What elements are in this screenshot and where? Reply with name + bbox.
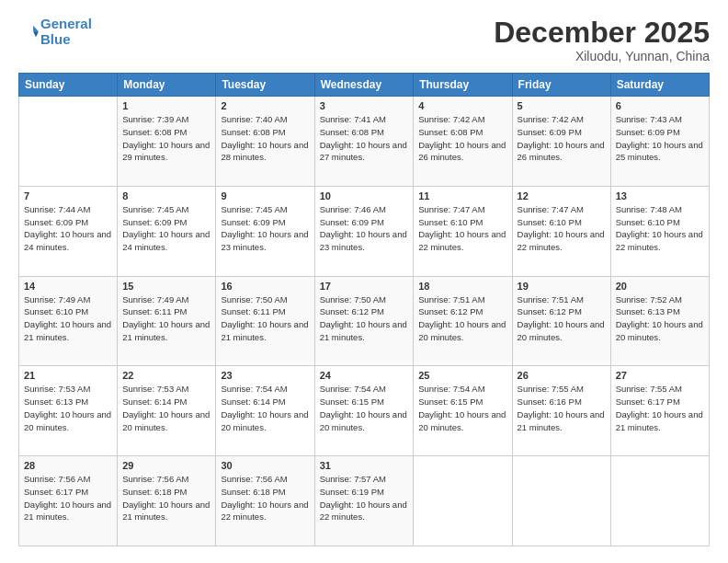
day-info: Sunrise: 7:56 AMSunset: 6:18 PMDaylight:… xyxy=(122,473,210,523)
day-info: Sunrise: 7:47 AMSunset: 6:10 PMDaylight:… xyxy=(518,203,606,254)
subtitle: Xiluodu, Yunnan, China xyxy=(494,49,710,63)
calendar-cell: 31Sunrise: 7:57 AMSunset: 6:19 PMDayligh… xyxy=(314,456,414,546)
day-number: 11 xyxy=(418,190,506,201)
day-number: 5 xyxy=(518,100,606,111)
calendar-header-cell: Wednesday xyxy=(314,74,414,97)
day-info: Sunrise: 7:43 AMSunset: 6:09 PMDaylight:… xyxy=(616,113,704,164)
calendar-header-cell: Friday xyxy=(512,74,610,97)
calendar-cell: 22Sunrise: 7:53 AMSunset: 6:14 PMDayligh… xyxy=(118,366,216,456)
calendar-cell xyxy=(512,456,610,546)
calendar-cell xyxy=(414,456,512,546)
day-number: 10 xyxy=(320,190,409,201)
day-info: Sunrise: 7:40 AMSunset: 6:08 PMDaylight:… xyxy=(221,113,309,164)
day-number: 15 xyxy=(122,281,210,292)
day-number: 4 xyxy=(418,100,506,111)
day-number: 17 xyxy=(320,281,409,292)
calendar-cell: 14Sunrise: 7:49 AMSunset: 6:10 PMDayligh… xyxy=(19,276,118,366)
day-info: Sunrise: 7:51 AMSunset: 6:12 PMDaylight:… xyxy=(418,293,506,344)
day-info: Sunrise: 7:57 AMSunset: 6:19 PMDaylight:… xyxy=(320,473,409,523)
calendar-cell: 13Sunrise: 7:48 AMSunset: 6:10 PMDayligh… xyxy=(610,186,709,276)
calendar-header-cell: Monday xyxy=(118,74,216,97)
header: General Blue December 2025 Xiluodu, Yunn… xyxy=(18,17,710,63)
day-info: Sunrise: 7:45 AMSunset: 6:09 PMDaylight:… xyxy=(221,203,309,254)
day-number: 26 xyxy=(518,370,606,381)
calendar-header-cell: Sunday xyxy=(19,74,118,97)
calendar-cell: 12Sunrise: 7:47 AMSunset: 6:10 PMDayligh… xyxy=(512,186,610,276)
calendar-header-row: SundayMondayTuesdayWednesdayThursdayFrid… xyxy=(19,74,710,97)
calendar-cell: 21Sunrise: 7:53 AMSunset: 6:13 PMDayligh… xyxy=(19,366,118,456)
day-info: Sunrise: 7:55 AMSunset: 6:17 PMDaylight:… xyxy=(616,383,704,433)
svg-marker-1 xyxy=(33,31,39,37)
day-info: Sunrise: 7:55 AMSunset: 6:16 PMDaylight:… xyxy=(518,383,606,433)
calendar-cell: 17Sunrise: 7:50 AMSunset: 6:12 PMDayligh… xyxy=(314,276,414,366)
day-info: Sunrise: 7:56 AMSunset: 6:17 PMDaylight:… xyxy=(24,473,112,523)
calendar-week-row: 14Sunrise: 7:49 AMSunset: 6:10 PMDayligh… xyxy=(19,276,710,366)
day-number: 22 xyxy=(122,370,210,381)
calendar-cell: 6Sunrise: 7:43 AMSunset: 6:09 PMDaylight… xyxy=(610,97,709,187)
day-info: Sunrise: 7:45 AMSunset: 6:09 PMDaylight:… xyxy=(122,203,210,254)
calendar-cell: 19Sunrise: 7:51 AMSunset: 6:12 PMDayligh… xyxy=(512,276,610,366)
logo-icon xyxy=(18,22,39,42)
day-number: 30 xyxy=(221,460,309,471)
day-info: Sunrise: 7:53 AMSunset: 6:13 PMDaylight:… xyxy=(24,383,112,433)
calendar-cell: 15Sunrise: 7:49 AMSunset: 6:11 PMDayligh… xyxy=(118,276,216,366)
calendar-cell: 24Sunrise: 7:54 AMSunset: 6:15 PMDayligh… xyxy=(314,366,414,456)
day-number: 6 xyxy=(616,100,704,111)
day-number: 3 xyxy=(320,100,409,111)
day-info: Sunrise: 7:44 AMSunset: 6:09 PMDaylight:… xyxy=(24,203,112,254)
day-number: 8 xyxy=(122,190,210,201)
calendar-cell: 29Sunrise: 7:56 AMSunset: 6:18 PMDayligh… xyxy=(118,456,216,546)
day-number: 20 xyxy=(616,281,704,292)
day-info: Sunrise: 7:52 AMSunset: 6:13 PMDaylight:… xyxy=(616,293,704,344)
calendar-cell: 30Sunrise: 7:56 AMSunset: 6:18 PMDayligh… xyxy=(216,456,314,546)
calendar-body: 1Sunrise: 7:39 AMSunset: 6:08 PMDaylight… xyxy=(19,97,710,546)
day-info: Sunrise: 7:56 AMSunset: 6:18 PMDaylight:… xyxy=(221,473,309,523)
calendar-week-row: 21Sunrise: 7:53 AMSunset: 6:13 PMDayligh… xyxy=(19,366,710,456)
day-number: 7 xyxy=(24,190,112,201)
calendar-cell: 4Sunrise: 7:42 AMSunset: 6:08 PMDaylight… xyxy=(414,97,512,187)
calendar-cell xyxy=(19,97,118,187)
day-info: Sunrise: 7:50 AMSunset: 6:11 PMDaylight:… xyxy=(221,293,309,344)
day-info: Sunrise: 7:51 AMSunset: 6:12 PMDaylight:… xyxy=(518,293,606,344)
day-number: 24 xyxy=(320,370,409,381)
day-number: 25 xyxy=(418,370,506,381)
calendar-week-row: 7Sunrise: 7:44 AMSunset: 6:09 PMDaylight… xyxy=(19,186,710,276)
calendar-cell: 18Sunrise: 7:51 AMSunset: 6:12 PMDayligh… xyxy=(414,276,512,366)
day-number: 29 xyxy=(122,460,210,471)
day-number: 14 xyxy=(24,281,112,292)
calendar-cell: 28Sunrise: 7:56 AMSunset: 6:17 PMDayligh… xyxy=(19,456,118,546)
day-number: 23 xyxy=(221,370,309,381)
calendar-cell: 27Sunrise: 7:55 AMSunset: 6:17 PMDayligh… xyxy=(610,366,709,456)
calendar-cell: 26Sunrise: 7:55 AMSunset: 6:16 PMDayligh… xyxy=(512,366,610,456)
title-block: December 2025 Xiluodu, Yunnan, China xyxy=(494,17,710,63)
calendar-cell: 1Sunrise: 7:39 AMSunset: 6:08 PMDaylight… xyxy=(118,97,216,187)
day-info: Sunrise: 7:54 AMSunset: 6:15 PMDaylight:… xyxy=(418,383,506,433)
logo: General Blue xyxy=(18,17,92,47)
calendar-header-cell: Tuesday xyxy=(216,74,314,97)
day-number: 12 xyxy=(518,190,606,201)
day-number: 13 xyxy=(616,190,704,201)
day-info: Sunrise: 7:53 AMSunset: 6:14 PMDaylight:… xyxy=(122,383,210,433)
day-info: Sunrise: 7:54 AMSunset: 6:15 PMDaylight:… xyxy=(320,383,409,433)
day-number: 2 xyxy=(221,100,309,111)
day-info: Sunrise: 7:42 AMSunset: 6:08 PMDaylight:… xyxy=(418,113,506,164)
day-number: 1 xyxy=(122,100,210,111)
day-number: 18 xyxy=(418,281,506,292)
calendar-cell: 3Sunrise: 7:41 AMSunset: 6:08 PMDaylight… xyxy=(314,97,414,187)
svg-marker-0 xyxy=(33,25,39,31)
calendar-header-cell: Saturday xyxy=(610,74,709,97)
day-info: Sunrise: 7:42 AMSunset: 6:09 PMDaylight:… xyxy=(518,113,606,164)
logo-text: General Blue xyxy=(40,17,92,47)
day-number: 16 xyxy=(221,281,309,292)
day-number: 19 xyxy=(518,281,606,292)
main-title: December 2025 xyxy=(494,17,710,49)
calendar-cell: 11Sunrise: 7:47 AMSunset: 6:10 PMDayligh… xyxy=(414,186,512,276)
day-number: 28 xyxy=(24,460,112,471)
page: General Blue December 2025 Xiluodu, Yunn… xyxy=(0,0,728,563)
day-info: Sunrise: 7:50 AMSunset: 6:12 PMDaylight:… xyxy=(320,293,409,344)
calendar-table: SundayMondayTuesdayWednesdayThursdayFrid… xyxy=(18,73,710,546)
day-info: Sunrise: 7:39 AMSunset: 6:08 PMDaylight:… xyxy=(122,113,210,164)
day-info: Sunrise: 7:54 AMSunset: 6:14 PMDaylight:… xyxy=(221,383,309,433)
day-number: 31 xyxy=(320,460,409,471)
calendar-cell: 16Sunrise: 7:50 AMSunset: 6:11 PMDayligh… xyxy=(216,276,314,366)
